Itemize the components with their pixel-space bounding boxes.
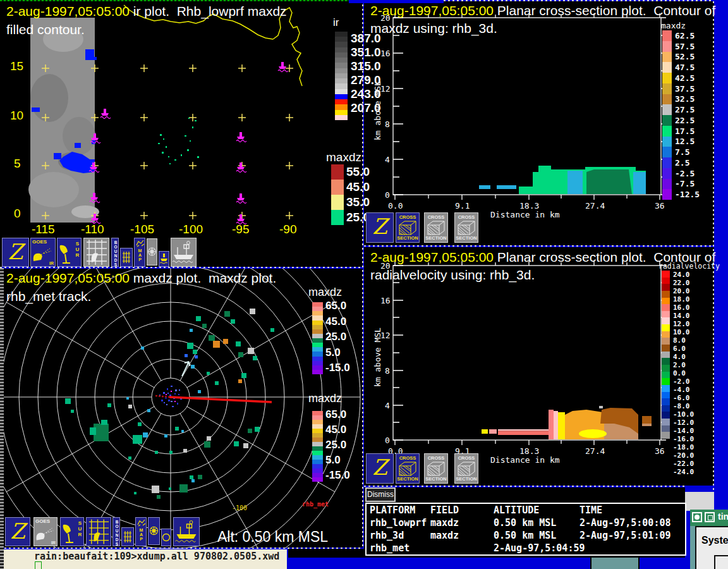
ship-icon (171, 238, 196, 266)
ship-button[interactable] (173, 517, 200, 546)
buoy-markers (89, 62, 288, 224)
circle-button[interactable] (161, 529, 171, 546)
system-dialog-button[interactable] (714, 555, 728, 569)
zeb-logo-button[interactable]: Z (2, 238, 29, 267)
terminal-window[interactable]: rain:beaufait:109>xdump.all 970802.0505.… (4, 549, 287, 569)
altitude-label: Alt: 0.50 km MSL (217, 529, 328, 546)
xsec-maxdz-contours (479, 166, 646, 194)
table-row: rhb_met2-Aug-97,5:04:59 (367, 542, 685, 554)
tin-window-titlebar[interactable]: tin (690, 510, 728, 526)
buoy-button[interactable] (159, 251, 169, 267)
colorbar-values: 65.045.025.05.0-15.0 (325, 300, 350, 374)
q4-ytick: 0 (385, 436, 390, 445)
table-row: rhb_lowprfmaxdz0.50 km MSL2-Aug-97,5:00:… (367, 517, 685, 529)
q4-xtick: 27.4 (585, 446, 605, 456)
zeb-z-icon: Z (367, 455, 393, 480)
colorbar-values: 387.0351.0315.0279.0243.0207.0 (351, 32, 381, 115)
q4-ytick: 8 (385, 366, 390, 376)
sur-radar-button[interactable]: SUR (57, 238, 82, 267)
q4-container: 2-aug-1997,05:05:00 Planar cross-section… (364, 247, 714, 487)
wheel-icon (147, 239, 157, 265)
q1-timestamp: 2-aug-1997,05:05:00 (6, 4, 130, 18)
zeb-logo-button[interactable]: Z (5, 517, 30, 546)
cross-section-button-active[interactable]: CROSS SECTION (396, 212, 420, 243)
map-button[interactable]: MAP (135, 517, 147, 546)
grid-dish-icon (87, 518, 111, 546)
platform-times-table: PLATFORMFIELDALTITUDETIME rhb_lowprfmaxd… (365, 503, 686, 556)
q4-ytick: 4 (385, 401, 390, 410)
zeb-display-root: 2-aug-1997,05:05:00 ir plot. Rhb_lowprf … (0, 0, 728, 569)
sur-radar-button[interactable]: SUR (60, 517, 84, 546)
cube-icon (426, 461, 447, 477)
q1-xtick: -105 (130, 223, 154, 236)
xsec-velocity-contours (482, 406, 652, 439)
terminal-prompt-line: rain:beaufait:109>xdump.all 970802.0505.… (34, 551, 279, 562)
window-menu-icon[interactable] (692, 512, 702, 522)
q2-maxdz-colorbar: maxdz 62.557.552.547.542.537.532.527.522… (661, 21, 714, 204)
system-dialog-label: System (701, 535, 728, 546)
desktop-edge-blue (349, 0, 444, 3)
q1-ytick: 0 (14, 207, 21, 221)
window-stipple-border (0, 268, 4, 569)
cross-section-button[interactable]: CROSS SECTION (454, 453, 478, 484)
q3-maxdz-colorbar-1: maxdz 65.045.025.05.0-15.0 (307, 286, 363, 381)
terminal-cursor (35, 561, 42, 569)
zeb-z-icon: Z (6, 518, 30, 544)
cross-section-button[interactable]: CROSS SECTION (424, 212, 448, 243)
q1-xtick: -115 (32, 223, 55, 236)
dismiss-button[interactable]: Dismiss (365, 487, 396, 502)
q1-title-line2: filled contour. (6, 22, 85, 37)
q3-maxdz-colorbar-2: maxdz 65.045.025.05.0-15.0 (307, 392, 363, 489)
range-ring-label: -100 (232, 505, 247, 511)
q4-title-line2: radialvelocity using: rhb_3d. (370, 267, 535, 283)
taskbar-fragment (590, 558, 640, 569)
bounds-button[interactable]: BOUNDS (112, 517, 120, 546)
colorbar-values: 65.045.025.05.0-15.0 (325, 408, 350, 482)
q1-xtick: -90 (279, 223, 296, 236)
cube-icon (426, 220, 447, 236)
map-button[interactable]: MAP (134, 238, 145, 267)
colorbar-values: 62.557.552.547.542.537.532.527.522.517.5… (675, 30, 700, 200)
reflectivity-cells (65, 309, 274, 499)
q1-ytick: 10 (10, 109, 23, 123)
q2-xtick: 18.3 (519, 201, 539, 211)
ship-button[interactable] (171, 238, 197, 267)
q2-timestamp: 2-aug-1997,05:05:00 (370, 3, 494, 18)
grid-radar-button[interactable] (83, 238, 109, 267)
track-legend-label: rhb_met (302, 501, 329, 508)
window-restore-icon[interactable] (705, 512, 715, 522)
small-grid-button[interactable] (121, 527, 134, 546)
goes-ir-button[interactable]: GOES IR (30, 238, 56, 267)
q1-xtick: -100 (179, 223, 203, 236)
circle-icon (162, 529, 171, 546)
q1-ytick: 15 (10, 59, 23, 73)
q3-title: 2-aug-1997,05:05:00 maxdz plot. maxdz pl… (6, 271, 276, 286)
cross-section-button[interactable]: CROSS SECTION (454, 212, 478, 243)
ship-icon (174, 518, 199, 546)
zeb-logo-button[interactable]: Z (366, 453, 394, 484)
map-icon (135, 239, 145, 248)
map-icon (136, 518, 147, 527)
grid-radar-button[interactable] (86, 517, 111, 546)
small-grid-button[interactable] (120, 248, 133, 267)
buoy-icon (159, 252, 169, 266)
radar-wheel-button[interactable] (148, 517, 160, 545)
q2-xtick: 9.1 (455, 201, 470, 211)
bounds-button[interactable]: BOUNDS (111, 238, 119, 267)
wind-arrow (182, 362, 190, 376)
q4-ytick: 12 (380, 331, 391, 340)
zeb-z-icon: Z (367, 214, 393, 239)
ir-colorbar: ir 387.0351.0315.0279.0243.0207.0 (329, 16, 398, 123)
grid-icon (121, 248, 132, 266)
goes-ir-button[interactable]: GOES IR (33, 517, 58, 546)
q4-timestamp: 2-aug-1997,05:05:00 (370, 250, 494, 264)
cross-section-button-active[interactable]: CROSS SECTION (396, 453, 420, 484)
radar-wheel-button[interactable] (147, 238, 157, 266)
cross-section-button[interactable]: CROSS SECTION (424, 453, 448, 484)
table-row: rhb_3dmaxdz0.50 km MSL2-Aug-97,5:01:09 (367, 529, 685, 542)
q4-ytick: 16 (380, 296, 391, 305)
q4-xlabel: Distance in km (490, 455, 560, 465)
q3-title-line2: rhb_met track. (6, 289, 91, 304)
q3-container: 2-aug-1997,05:05:00 maxdz plot. maxdz pl… (0, 268, 363, 549)
zeb-logo-button[interactable]: Z (366, 212, 394, 243)
